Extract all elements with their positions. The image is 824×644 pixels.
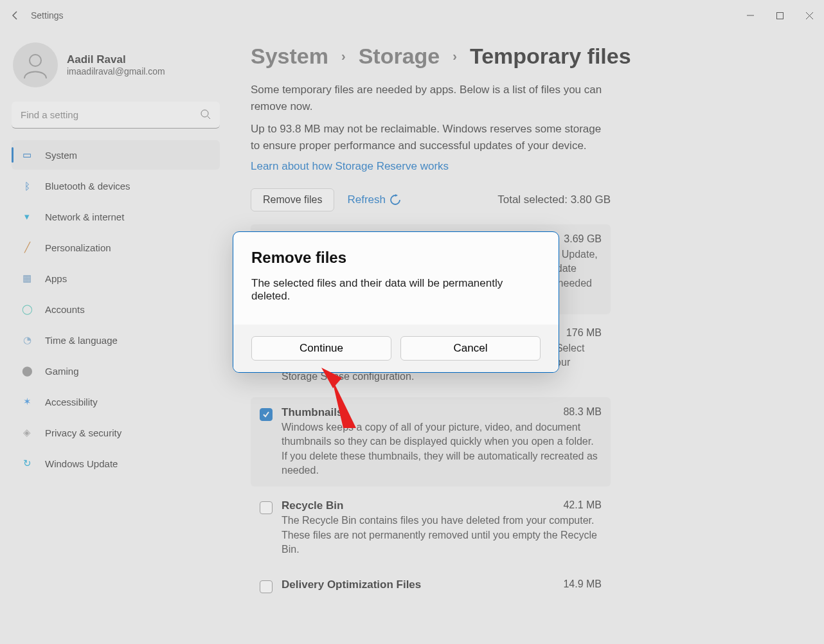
continue-button[interactable]: Continue	[251, 336, 391, 361]
remove-files-dialog: Remove files The selected files and thei…	[233, 231, 559, 373]
cancel-button[interactable]: Cancel	[400, 336, 541, 361]
dialog-title: Remove files	[251, 249, 541, 267]
modal-overlay: Remove files The selected files and thei…	[0, 0, 824, 644]
dialog-text: The selected files and their data will b…	[251, 277, 541, 303]
